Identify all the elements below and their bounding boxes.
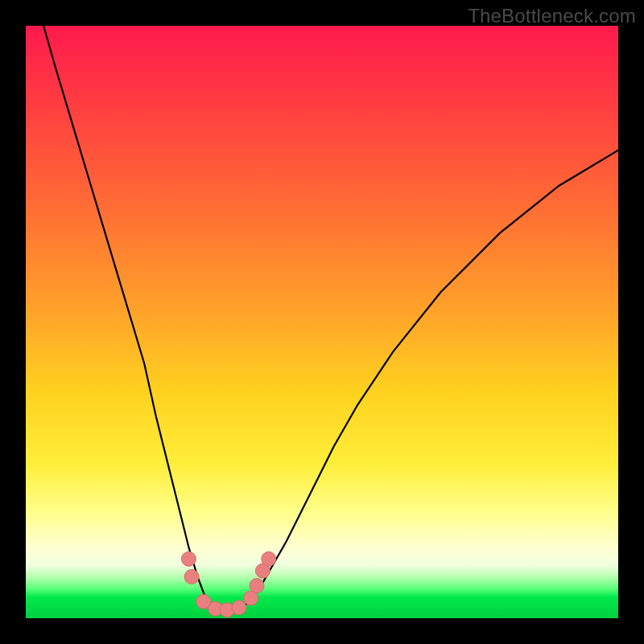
curve-marker	[250, 579, 264, 593]
curve-marker	[262, 551, 276, 566]
curve-marker	[196, 594, 211, 609]
bottleneck-curve	[43, 26, 618, 611]
curve-marker	[208, 601, 223, 616]
watermark-text: TheBottleneck.com	[468, 5, 636, 27]
curve-marker	[220, 603, 234, 617]
chart-frame: TheBottleneck.com	[0, 0, 644, 644]
curve-marker	[255, 564, 270, 578]
curve-marker	[181, 551, 196, 566]
curve-markers	[181, 551, 275, 617]
curve-marker	[232, 601, 246, 615]
curve-layer	[26, 26, 618, 618]
curve-marker	[244, 591, 258, 605]
curve-marker	[184, 569, 199, 584]
plot-area	[26, 26, 618, 618]
